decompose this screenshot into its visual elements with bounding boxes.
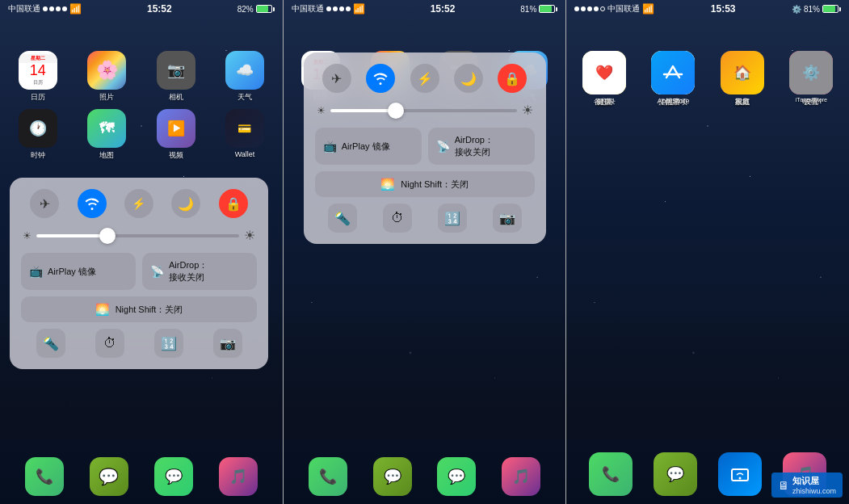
app-maps-1[interactable]: 🗺 地图 <box>75 109 137 161</box>
cc-airdrop-btn-2[interactable]: 📡 AirDrop： 接收关闭 <box>428 128 535 165</box>
app-grid-2: 星期二 14 日历 🌸 照片 📷 相机 ☁️ 天气 <box>284 23 566 31</box>
status-bar-3: 中国联通 📶 15:53 ⚙️ 81% <box>566 0 849 18</box>
cc-calculator-1[interactable]: 🔢 <box>154 329 183 358</box>
cc-airplay-btn-2[interactable]: 📺 AirPlay 镜像 <box>315 128 422 165</box>
status-bar-1: 中国联通 📶 15:52 82% <box>0 0 283 18</box>
dock-phone-3[interactable]: 📞 <box>589 452 633 496</box>
watermark: 🖥 知识屋 zhishiwu.com <box>771 472 843 498</box>
cc-moon-2[interactable]: 🌙 <box>454 64 483 93</box>
app-clock-1[interactable]: 🕐 时钟 <box>6 109 69 161</box>
status-right-3: ⚙️ 81% <box>792 5 841 14</box>
app-health-3[interactable]: ❤️ 健康 <box>573 51 635 107</box>
cc-bluetooth-2[interactable]: ⚡ <box>410 64 439 93</box>
dock-music-2[interactable]: 🎵 <box>502 457 540 496</box>
cc-lock-2[interactable]: 🔒 <box>498 64 527 93</box>
dock-msg-2[interactable]: 💬 <box>437 457 476 496</box>
airdrop-icon-2: 📡 <box>436 140 450 153</box>
status-right-2: 81% <box>520 5 557 14</box>
cc-wifi-2[interactable] <box>366 64 395 93</box>
carrier-1: 中国联通 <box>8 3 40 15</box>
cc-airplay-btn-1[interactable]: 📺 AirPlay 镜像 <box>21 253 136 290</box>
time-3: 15:53 <box>711 3 736 15</box>
app-wallet-1[interactable]: 💳 Wallet <box>213 109 275 161</box>
dock-1: 📞 💬 💬 🎵 <box>0 453 283 500</box>
airdrop-label-2: AirDrop： 接收关闭 <box>455 134 494 158</box>
cc-lock-1[interactable]: 🔒 <box>219 189 248 218</box>
airplay-icon-1: 📺 <box>29 265 43 278</box>
dock-music-1[interactable]: 🎵 <box>219 457 258 496</box>
nightshift-icon-2: 🌅 <box>380 178 394 191</box>
cc-bluetooth-1[interactable]: ⚡ <box>124 189 153 218</box>
signal-3 <box>574 6 605 11</box>
cc-nightshift-btn-1[interactable]: 🌅 Night Shift：关闭 <box>21 296 257 322</box>
time-2: 15:52 <box>431 3 456 15</box>
watermark-name: 知识屋 <box>792 475 836 487</box>
dock-phone-2[interactable]: 📞 <box>309 457 347 496</box>
cc-wifi-1[interactable] <box>78 189 107 218</box>
cc-nightshift-btn-2[interactable]: 🌅 Night Shift：关闭 <box>315 171 535 197</box>
status-right-1: 82% <box>237 5 275 14</box>
status-bar-2: 中国联通 📶 15:52 81% <box>284 0 566 18</box>
carrier-2: 中国联通 <box>292 3 324 15</box>
app-settings-3[interactable]: ⚙️ 设置 <box>780 51 843 107</box>
app-home-3[interactable]: 🏠 家庭 <box>711 51 773 107</box>
dock-wechat-2[interactable]: 💬 <box>373 457 412 496</box>
cc-brightness-1[interactable]: ☀ ☀ <box>21 228 257 243</box>
cc-bottom-tools-2: 🔦 ⏱ 🔢 📷 <box>315 204 535 233</box>
app-appstore-3[interactable]: App Store <box>642 51 704 107</box>
time-1: 15:52 <box>147 3 172 15</box>
app-weather-1[interactable]: ☁️ 天气 <box>213 51 275 103</box>
cc-airplane-2[interactable]: ✈ <box>322 64 351 93</box>
cc-flashlight-1[interactable]: 🔦 <box>36 329 65 358</box>
app-camera-1[interactable]: 📷 相机 <box>145 51 207 103</box>
dock-2: 📞 💬 💬 🎵 <box>284 453 566 500</box>
cc-toggles-1: ✈ ⚡ 🌙 🔒 <box>21 189 257 218</box>
status-left-3: 中国联通 📶 <box>574 3 654 15</box>
control-center-1: ✈ ⚡ 🌙 🔒 ☀ ☀ 📺 AirPlay 镜像 <box>10 178 268 369</box>
nightshift-icon-1: 🌅 <box>95 303 109 316</box>
app-calendar-1[interactable]: 星期二 14 日历 日历 <box>6 51 69 103</box>
airplay-label-2: AirPlay 镜像 <box>342 141 390 153</box>
battery-1 <box>256 5 275 13</box>
cc-timer-1[interactable]: ⏱ <box>95 329 124 358</box>
cc-timer-2[interactable]: ⏱ <box>383 204 412 233</box>
cc-airplay-airdrop-2: 📺 AirPlay 镜像 📡 AirDrop： 接收关闭 <box>315 128 535 165</box>
tree-silhouette-3 <box>566 310 849 439</box>
battery-3 <box>822 5 841 13</box>
cc-calculator-2[interactable]: 🔢 <box>438 204 467 233</box>
dock-phone-1[interactable]: 📞 <box>25 457 64 496</box>
cc-airplay-airdrop-1: 📺 AirPlay 镜像 📡 AirDrop： 接收关闭 <box>21 253 257 290</box>
app-photos-1[interactable]: 🌸 照片 <box>75 51 137 103</box>
airplay-icon-2: 📺 <box>323 140 337 153</box>
cc-brightness-2[interactable]: ☀ ☀ <box>315 103 535 118</box>
cc-screenshot-2[interactable]: 📷 <box>493 204 522 233</box>
cc-bottom-tools-1: 🔦 ⏱ 🔢 📷 <box>21 329 257 358</box>
status-left-2: 中国联通 📶 <box>292 3 365 15</box>
dock-msg-1[interactable]: 💬 <box>154 457 193 496</box>
phone-panel-2: 中国联通 📶 15:52 81% 星期二 14 <box>284 0 566 504</box>
airdrop-icon-1: 📡 <box>150 265 164 278</box>
carrier-3: 中国联通 <box>607 3 640 15</box>
cc-airdrop-btn-1[interactable]: 📡 AirDrop： 接收关闭 <box>142 253 257 290</box>
app-grid-1: 星期二 14 日历 日历 🌸 照片 📷 相机 ☁️ 天气 🕐 时钟 <box>0 23 283 31</box>
cc-screenshot-1[interactable]: 📷 <box>213 329 242 358</box>
dock-wechat-3[interactable]: 💬 <box>654 452 697 496</box>
app-videos-1[interactable]: ▶️ 视频 <box>145 109 207 161</box>
airdrop-label-1: AirDrop： 接收关闭 <box>169 259 208 284</box>
nightshift-label-1: Night Shift：关闭 <box>116 304 183 316</box>
tree-silhouette-2 <box>284 310 566 439</box>
cc-flashlight-2[interactable]: 🔦 <box>328 204 357 233</box>
dock-wechat-1[interactable]: 💬 <box>90 457 128 496</box>
status-left-1: 中国联通 📶 <box>8 3 82 15</box>
signal-1 <box>43 6 67 11</box>
battery-2 <box>539 5 557 13</box>
cc-moon-1[interactable]: 🌙 <box>171 189 200 218</box>
app-label: 日历 <box>31 92 45 103</box>
control-center-2: ✈ ⚡ 🌙 🔒 ☀ ☀ 📺 AirPlay 镜像 📡 <box>304 52 546 244</box>
watermark-url: zhishiwu.com <box>792 487 836 495</box>
signal-2 <box>326 6 351 11</box>
cc-airplane-1[interactable]: ✈ <box>30 189 59 218</box>
svg-point-8 <box>739 477 742 480</box>
cc-toggles-2: ✈ ⚡ 🌙 🔒 <box>315 64 535 93</box>
dock-zhishiwu-3[interactable] <box>718 452 762 496</box>
